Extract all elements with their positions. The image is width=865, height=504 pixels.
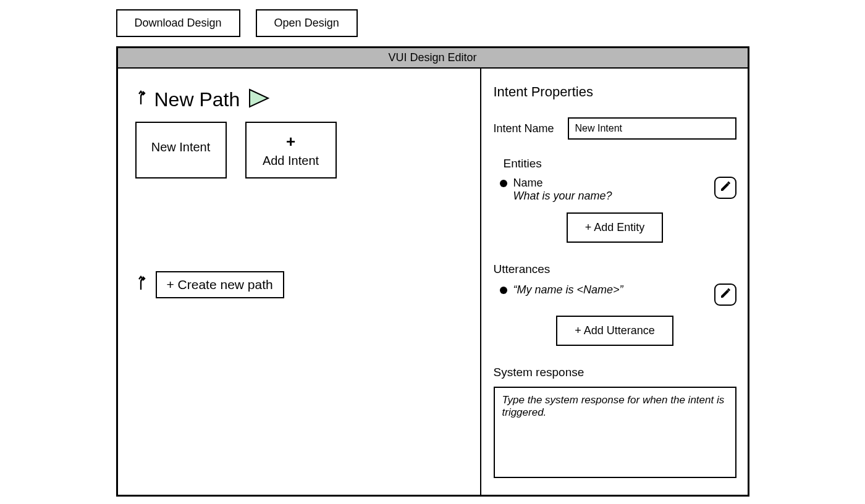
utterance-item: “My name is <Name>”: [500, 284, 736, 306]
system-response-input[interactable]: [494, 387, 736, 478]
properties-pane: Intent Properties Intent Name Entities N…: [481, 69, 748, 495]
pencil-icon: [719, 287, 732, 302]
branch-icon: [133, 90, 151, 109]
editor-window: VUI Design Editor New Path: [116, 46, 749, 497]
entity-name: Name: [513, 177, 709, 190]
branch-icon: [133, 275, 151, 295]
edit-utterance-button[interactable]: [714, 284, 736, 306]
entities-title: Entities: [504, 157, 736, 170]
bullet-icon: [500, 180, 507, 187]
create-new-path-button[interactable]: + Create new path: [156, 271, 284, 298]
download-design-button[interactable]: Download Design: [116, 9, 240, 37]
edit-entity-button[interactable]: [714, 177, 736, 199]
bullet-icon: [500, 287, 507, 294]
add-intent-label: Add Intent: [263, 154, 319, 167]
utterance-text: “My name is <Name>”: [513, 284, 623, 296]
entity-item: Name What is your name?: [500, 177, 736, 203]
svg-marker-0: [250, 90, 268, 107]
intent-node[interactable]: New Intent: [135, 122, 227, 178]
open-design-button[interactable]: Open Design: [256, 9, 358, 37]
add-utterance-button[interactable]: + Add Utterance: [556, 316, 673, 346]
canvas-pane: New Path New Intent + Add Intent: [118, 69, 481, 495]
utterances-title: Utterances: [494, 262, 736, 276]
add-entity-button[interactable]: + Add Entity: [567, 212, 664, 243]
path-title: New Path: [154, 88, 240, 111]
play-button[interactable]: [247, 87, 272, 112]
plus-icon: +: [259, 132, 323, 153]
add-intent-button[interactable]: + Add Intent: [245, 122, 337, 178]
window-title: VUI Design Editor: [118, 48, 748, 69]
intent-name-label: Intent Name: [494, 122, 562, 135]
top-button-bar: Download Design Open Design: [116, 9, 749, 37]
pencil-icon: [719, 180, 732, 195]
properties-title: Intent Properties: [494, 84, 736, 100]
system-response-title: System response: [494, 366, 736, 379]
intent-name-input[interactable]: [568, 117, 736, 140]
entity-question: What is your name?: [513, 190, 709, 203]
